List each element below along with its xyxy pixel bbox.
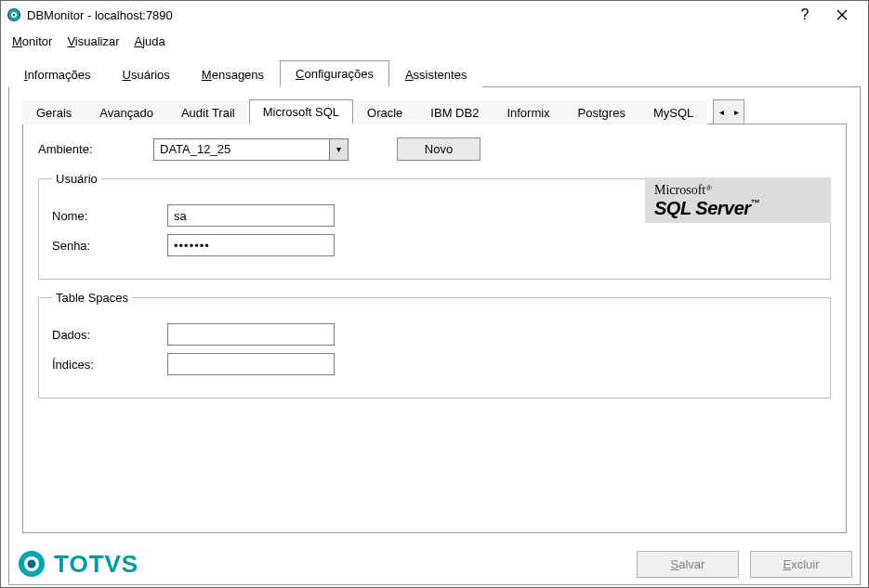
tab-mensagens[interactable]: Mensagens <box>186 61 280 87</box>
totvs-logo: TOTVS <box>17 549 138 579</box>
totvs-icon <box>17 549 46 579</box>
ambiente-label: Ambiente: <box>38 142 140 156</box>
salvar-button[interactable]: Salvar <box>637 551 739 578</box>
nome-input[interactable] <box>167 204 335 227</box>
itab-gerais[interactable]: Gerais <box>22 100 86 124</box>
dados-input[interactable] <box>167 323 335 346</box>
outer-tab-panel: Gerais Avançado Audit Trail Microsoft SQ… <box>8 87 861 585</box>
itab-microsoft-sql[interactable]: Microsoft SQL <box>249 99 353 124</box>
titlebar[interactable]: DBMonitor - localhost:7890 ? <box>1 1 868 29</box>
tab-usuarios[interactable]: Usuários <box>107 61 186 87</box>
menu-visualizar[interactable]: Visualizar <box>63 33 123 50</box>
inner-tab-strip: Gerais Avançado Audit Trail Microsoft SQ… <box>22 98 847 124</box>
app-window: DBMonitor - localhost:7890 ? Monitor Vis… <box>0 0 869 588</box>
svg-point-2 <box>13 14 15 16</box>
itab-avancado[interactable]: Avançado <box>86 100 167 124</box>
senha-input[interactable] <box>167 234 335 256</box>
itab-ibm-db2[interactable]: IBM DB2 <box>416 100 493 124</box>
logo-sqlserver-text: SQL Server <box>654 198 751 218</box>
sqlserver-logo: Microsoft® SQL Server™ <box>645 177 831 223</box>
tablespaces-legend: Table Spaces <box>52 291 132 305</box>
indices-input[interactable] <box>167 353 335 375</box>
client-area: Informações Usuários Mensagens Configura… <box>8 59 861 588</box>
close-button[interactable] <box>823 2 861 28</box>
itab-oracle[interactable]: Oracle <box>353 100 416 124</box>
tablespaces-group: Table Spaces Dados: Índices: <box>38 291 831 399</box>
app-icon <box>7 7 21 22</box>
totvs-text: TOTVS <box>54 550 138 579</box>
itab-postgres[interactable]: Postgres <box>564 100 639 124</box>
footer: TOTVS Salvar Excluir <box>9 549 860 579</box>
nome-label: Nome: <box>52 209 154 223</box>
tab-scroll-right-icon[interactable]: ▸ <box>729 101 744 124</box>
tab-scroll-left-icon[interactable]: ◂ <box>714 101 729 124</box>
novo-button[interactable]: Novo <box>397 137 481 161</box>
logo-microsoft-text: Microsoft <box>654 183 705 197</box>
tab-assistentes[interactable]: Assistentes <box>389 61 482 87</box>
svg-point-7 <box>28 560 36 568</box>
inner-tab-scroll: ◂ ▸ <box>713 99 744 124</box>
itab-mysql[interactable]: MySQL <box>639 100 707 124</box>
menu-monitor[interactable]: Monitor <box>8 33 56 50</box>
tab-configuracoes[interactable]: Configurações <box>280 60 389 87</box>
ambiente-input[interactable] <box>154 139 329 160</box>
excluir-button[interactable]: Excluir <box>750 551 852 578</box>
indices-label: Índices: <box>52 358 154 372</box>
menu-ajuda[interactable]: Ajuda <box>131 33 169 50</box>
outer-tab-strip: Informações Usuários Mensagens Configura… <box>8 59 861 87</box>
tab-informacoes[interactable]: Informações <box>8 61 107 87</box>
itab-informix[interactable]: Informix <box>493 100 563 124</box>
menubar: Monitor Visualizar Ajuda <box>1 29 868 56</box>
inner-tab-panel: Ambiente: ▾ Novo Usuário Nome: <box>22 124 847 533</box>
itab-audit-trail[interactable]: Audit Trail <box>167 100 249 124</box>
usuario-group: Usuário Nome: Senha: Microsoft® SQL Serv… <box>38 172 831 280</box>
dados-label: Dados: <box>52 328 154 342</box>
ambiente-combo[interactable]: ▾ <box>153 138 349 161</box>
help-button[interactable]: ? <box>786 2 823 28</box>
ambiente-row: Ambiente: ▾ Novo <box>38 137 831 161</box>
outer-tabs: Informações Usuários Mensagens Configura… <box>8 59 861 585</box>
window-title: DBMonitor - localhost:7890 <box>27 8 786 22</box>
senha-label: Senha: <box>52 239 154 253</box>
chevron-down-icon[interactable]: ▾ <box>329 139 348 160</box>
usuario-legend: Usuário <box>52 172 101 186</box>
